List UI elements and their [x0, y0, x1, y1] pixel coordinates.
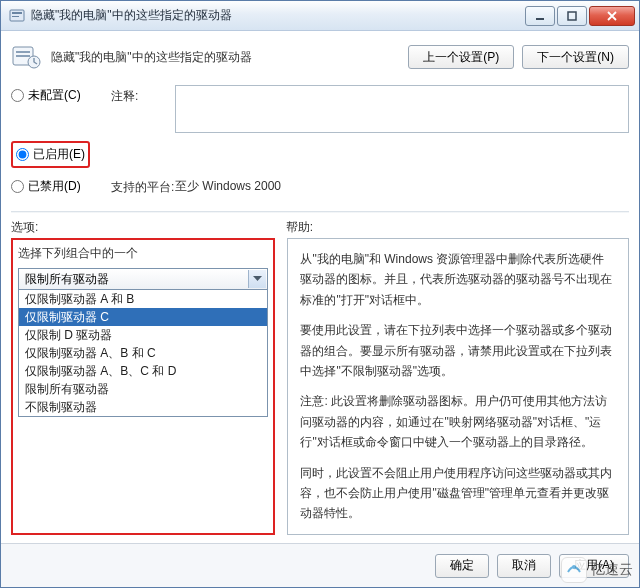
help-para: 同时，此设置不会阻止用户使用程序访问这些驱动器或其内容，也不会防止用户使用"磁盘… [300, 463, 616, 524]
drive-combo-value: 限制所有驱动器 [25, 271, 109, 288]
radio-not-configured-input[interactable] [11, 89, 24, 102]
help-panel: 从"我的电脑"和 Windows 资源管理器中删除代表所选硬件驱动器的图标。并且… [287, 238, 629, 535]
radio-not-configured-label: 未配置(C) [28, 87, 81, 104]
watermark: 亿速云 [561, 557, 633, 583]
radio-enabled-input[interactable] [16, 148, 29, 161]
cancel-button[interactable]: 取消 [497, 554, 551, 578]
app-icon [9, 8, 25, 24]
platform-label: 支持的平台: [111, 176, 175, 196]
svg-rect-0 [10, 10, 24, 21]
separator [11, 211, 629, 213]
next-setting-button[interactable]: 下一个设置(N) [522, 45, 629, 69]
help-para: 注意: 此设置将删除驱动器图标。用户仍可使用其他方法访问驱动器的内容，如通过在"… [300, 391, 616, 452]
ok-button[interactable]: 确定 [435, 554, 489, 578]
watermark-text: 亿速云 [591, 561, 633, 579]
titlebar: 隐藏"我的电脑"中的这些指定的驱动器 [1, 1, 639, 31]
comment-field[interactable] [175, 85, 629, 133]
radio-disabled-label: 已禁用(D) [28, 178, 81, 195]
svg-rect-4 [568, 12, 576, 20]
drive-list-item[interactable]: 不限制驱动器 [19, 398, 267, 416]
panes: 选择下列组合中的一个 限制所有驱动器 仅限制驱动器 A 和 B仅限制驱动器 C仅… [11, 238, 629, 543]
policy-icon [11, 43, 43, 71]
svg-rect-6 [16, 51, 30, 53]
maximize-button[interactable] [557, 6, 587, 26]
comment-label: 注释: [111, 85, 175, 105]
help-label: 帮助: [286, 219, 629, 236]
drive-list-item[interactable]: 仅限制驱动器 C [19, 308, 267, 326]
drive-list-item[interactable]: 仅限制驱动器 A 和 B [19, 290, 267, 308]
radio-enabled[interactable]: 已启用(E) [16, 144, 85, 165]
svg-rect-3 [536, 18, 544, 20]
options-panel: 选择下列组合中的一个 限制所有驱动器 仅限制驱动器 A 和 B仅限制驱动器 C仅… [17, 244, 269, 529]
header-text: 隐藏"我的电脑"中的这些指定的驱动器 [51, 49, 408, 66]
nav-buttons: 上一个设置(P) 下一个设置(N) [408, 45, 629, 69]
help-para: 请参阅"防止从'我的电脑'访问驱动器"设置。 [300, 534, 616, 535]
svg-rect-2 [12, 16, 19, 17]
drive-list-item[interactable]: 仅限制驱动器 A、B 和 C [19, 344, 267, 362]
drive-listbox[interactable]: 仅限制驱动器 A 和 B仅限制驱动器 C仅限制 D 驱动器仅限制驱动器 A、B … [18, 290, 268, 417]
help-para: 要使用此设置，请在下拉列表中选择一个驱动器或多个驱动器的组合。要显示所有驱动器，… [300, 320, 616, 381]
radio-disabled[interactable]: 已禁用(D) [11, 176, 111, 197]
chevron-down-icon [248, 270, 266, 288]
help-para: 从"我的电脑"和 Windows 资源管理器中删除代表所选硬件驱动器的图标。并且… [300, 249, 616, 310]
content-area: 隐藏"我的电脑"中的这些指定的驱动器 上一个设置(P) 下一个设置(N) 未配置… [1, 31, 639, 543]
prev-setting-button[interactable]: 上一个设置(P) [408, 45, 514, 69]
drive-combo[interactable]: 限制所有驱动器 [18, 268, 268, 290]
window-controls [523, 6, 635, 26]
platform-value: 至少 Windows 2000 [175, 176, 629, 197]
options-instruction: 选择下列组合中的一个 [18, 245, 268, 262]
radio-enabled-label: 已启用(E) [33, 146, 85, 163]
svg-rect-1 [12, 12, 22, 14]
close-button[interactable] [589, 6, 635, 26]
options-panel-highlight: 选择下列组合中的一个 限制所有驱动器 仅限制驱动器 A 和 B仅限制驱动器 C仅… [11, 238, 275, 535]
drive-list-item[interactable]: 仅限制驱动器 A、B、C 和 D [19, 362, 267, 380]
drive-list-item[interactable]: 限制所有驱动器 [19, 380, 267, 398]
drive-list-item[interactable]: 仅限制 D 驱动器 [19, 326, 267, 344]
window-title: 隐藏"我的电脑"中的这些指定的驱动器 [31, 7, 523, 24]
header-row: 隐藏"我的电脑"中的这些指定的驱动器 上一个设置(P) 下一个设置(N) [11, 39, 629, 81]
minimize-button[interactable] [525, 6, 555, 26]
svg-point-9 [572, 565, 576, 569]
watermark-icon [561, 557, 587, 583]
dialog-window: 隐藏"我的电脑"中的这些指定的驱动器 隐藏"我的电脑"中的这些指定的驱动器 上一… [0, 0, 640, 588]
radio-disabled-input[interactable] [11, 180, 24, 193]
radio-not-configured[interactable]: 未配置(C) [11, 85, 111, 106]
bottom-bar: 确定 取消 应用(A) 亿速云 [1, 543, 639, 587]
svg-rect-7 [16, 55, 30, 57]
options-label: 选项: [11, 219, 286, 236]
